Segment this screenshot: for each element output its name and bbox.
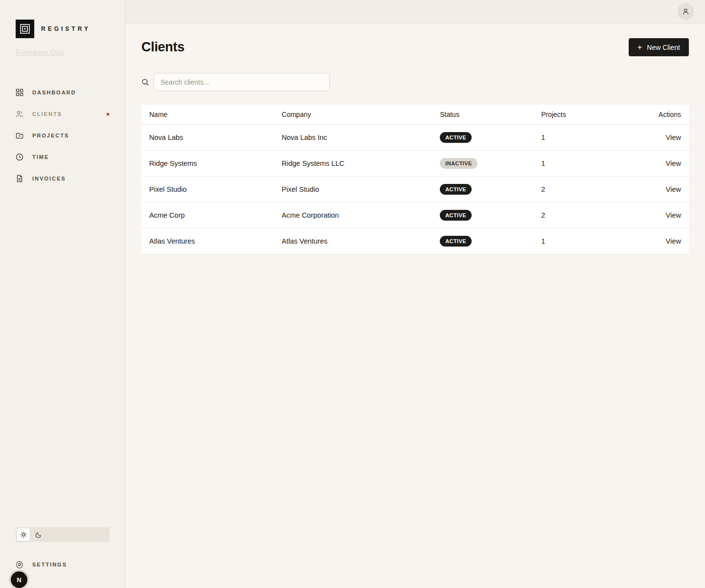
client-projects: 2 [533, 203, 631, 228]
sidebar-item-invoices[interactable]: INVOICES [16, 168, 109, 189]
client-name: Acme Corp [141, 203, 274, 228]
client-company: Ridge Systems LLC [274, 151, 432, 177]
user-avatar[interactable]: N [11, 571, 27, 588]
moon-icon [35, 532, 42, 538]
client-company: Nova Labs Inc [274, 125, 432, 151]
main-area: Clients + New Client Name Company [125, 0, 705, 588]
column-header-status: Status [432, 105, 533, 125]
gear-icon [16, 561, 23, 568]
sidebar-item-dashboard[interactable]: DASHBOARD [16, 82, 109, 103]
sidebar-item-settings[interactable]: SETTINGS [16, 561, 109, 568]
profile-avatar-button[interactable] [678, 3, 694, 20]
search-row [141, 73, 689, 91]
client-name: Nova Labs [141, 125, 274, 151]
brand-subtitle: Freelance Ops [16, 48, 109, 56]
person-icon [682, 8, 689, 15]
dashboard-grid-icon [16, 89, 23, 96]
invoices-document-icon [16, 175, 23, 182]
sidebar-item-label: DASHBOARD [32, 90, 76, 95]
heading-row: Clients + New Client [141, 38, 689, 56]
table-row: Nova Labs Nova Labs Inc ACTIVE 1 View [141, 125, 689, 151]
client-projects: 1 [533, 151, 631, 177]
dark-theme-button[interactable] [32, 528, 45, 541]
column-header-company: Company [274, 105, 432, 125]
client-company: Acme Corporation [274, 203, 432, 228]
sidebar-item-label: TIME [32, 154, 49, 160]
projects-folder-icon [16, 132, 23, 139]
status-badge: ACTIVE [440, 184, 472, 195]
client-company: Atlas Ventures [274, 228, 432, 254]
table-row: Acme Corp Acme Corporation ACTIVE 2 View [141, 203, 689, 228]
status-badge: INACTIVE [440, 158, 478, 169]
client-name: Pixel Studio [141, 177, 274, 203]
table-row: Ridge Systems Ridge Systems LLC INACTIVE… [141, 151, 689, 177]
client-company: Pixel Studio [274, 177, 432, 203]
registry-logo-icon [16, 20, 34, 38]
clients-table: Name Company Status Projects Actions Nov… [141, 105, 689, 254]
page-title: Clients [141, 40, 184, 55]
client-projects: 2 [533, 177, 631, 203]
status-badge: ACTIVE [440, 210, 472, 221]
new-client-label: New Client [647, 44, 680, 51]
column-header-projects: Projects [533, 105, 631, 125]
view-link[interactable]: View [666, 134, 681, 141]
status-badge: ACTIVE [440, 236, 472, 247]
brand: REGISTRY [16, 20, 109, 38]
sidebar-item-label: SETTINGS [32, 562, 67, 567]
new-client-button[interactable]: + New Client [629, 38, 689, 56]
sidebar-item-label: PROJECTS [32, 133, 69, 138]
brand-name: REGISTRY [41, 25, 91, 32]
sidebar-item-time[interactable]: TIME [16, 146, 109, 168]
column-header-name: Name [141, 105, 274, 125]
clients-page: Clients + New Client Name Company [125, 23, 705, 588]
view-link[interactable]: View [666, 237, 681, 245]
client-projects: 1 [533, 125, 631, 151]
client-projects: 1 [533, 228, 631, 254]
client-name: Atlas Ventures [141, 228, 274, 254]
sun-icon [20, 531, 27, 538]
active-indicator-dot [107, 113, 109, 115]
sidebar-item-projects[interactable]: PROJECTS [16, 125, 109, 146]
status-badge: ACTIVE [440, 132, 472, 143]
search-input[interactable] [154, 73, 330, 91]
sidebar-nav: DASHBOARD CLIENTS PROJECTS [16, 82, 109, 189]
table-row: Pixel Studio Pixel Studio ACTIVE 2 View [141, 177, 689, 203]
table-header-row: Name Company Status Projects Actions [141, 105, 689, 125]
view-link[interactable]: View [666, 211, 681, 219]
sidebar-item-label: INVOICES [32, 176, 66, 181]
sidebar-item-clients[interactable]: CLIENTS [16, 103, 109, 125]
search-icon [141, 78, 149, 86]
sidebar-item-label: CLIENTS [32, 111, 62, 117]
topbar [125, 0, 705, 23]
plus-icon: + [637, 44, 642, 51]
sidebar: REGISTRY Freelance Ops DASHBOARD C [0, 0, 125, 588]
clients-table-body: Nova Labs Nova Labs Inc ACTIVE 1 View Ri… [141, 125, 689, 254]
theme-toggle [16, 527, 110, 542]
light-theme-button[interactable] [17, 528, 30, 541]
time-clock-icon [16, 153, 23, 161]
table-row: Atlas Ventures Atlas Ventures ACTIVE 1 V… [141, 228, 689, 254]
clients-users-icon [16, 110, 23, 118]
view-link[interactable]: View [666, 185, 681, 193]
sidebar-bottom: SETTINGS N [16, 527, 109, 588]
column-header-actions: Actions [631, 105, 689, 125]
view-link[interactable]: View [666, 159, 681, 167]
client-name: Ridge Systems [141, 151, 274, 177]
